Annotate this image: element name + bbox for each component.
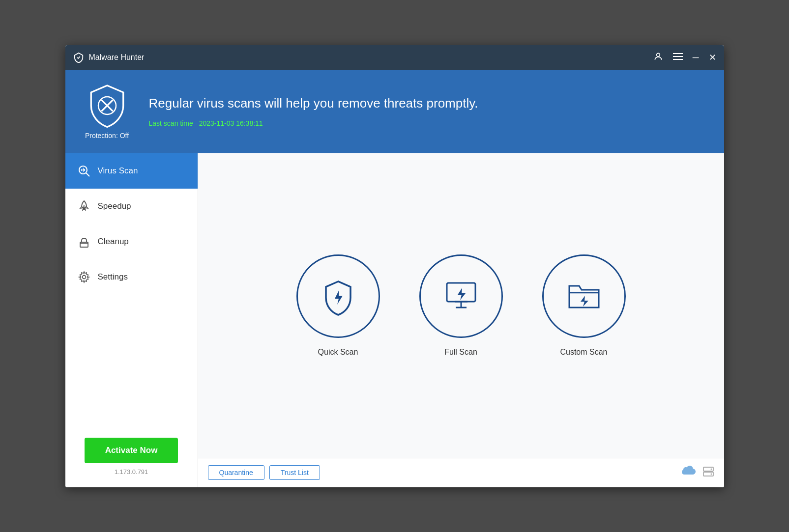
app-name: Malware Hunter bbox=[89, 53, 145, 62]
window-controls: ─ ✕ bbox=[653, 52, 716, 63]
header-headline: Regular virus scans will help you remove… bbox=[149, 95, 478, 112]
svg-rect-12 bbox=[80, 242, 88, 247]
virus-scan-icon bbox=[77, 164, 91, 178]
last-scan-info: Last scan time 2023-11-03 16:38:11 bbox=[149, 119, 478, 127]
quick-scan-label: Quick Scan bbox=[318, 348, 358, 357]
quick-scan-option[interactable]: Quick Scan bbox=[296, 254, 380, 357]
main-content: Quick Scan Full Scan bbox=[198, 153, 724, 487]
sidebar-settings-label: Settings bbox=[98, 272, 128, 282]
body: Virus Scan Speedup bbox=[65, 153, 724, 487]
last-scan-label: Last scan time bbox=[149, 119, 193, 127]
sidebar-item-cleanup[interactable]: Cleanup bbox=[65, 224, 198, 259]
header-text: Regular virus scans will help you remove… bbox=[149, 95, 478, 128]
sidebar-bottom: Activate Now 1.173.0.791 bbox=[65, 426, 198, 487]
protection-label: Protection: Off bbox=[85, 132, 129, 140]
sidebar-item-virus-scan[interactable]: Virus Scan bbox=[65, 153, 198, 189]
app-logo: Malware Hunter bbox=[73, 52, 653, 63]
custom-scan-icon bbox=[562, 274, 606, 318]
sidebar-speedup-label: Speedup bbox=[98, 201, 131, 211]
settings-icon bbox=[77, 270, 91, 284]
full-scan-option[interactable]: Full Scan bbox=[419, 254, 503, 357]
footer-right-icons bbox=[682, 466, 714, 479]
menu-icon[interactable] bbox=[673, 53, 683, 62]
sidebar-item-settings[interactable]: Settings bbox=[65, 259, 198, 295]
user-icon[interactable] bbox=[653, 52, 663, 63]
svg-point-14 bbox=[82, 275, 86, 279]
full-scan-circle bbox=[419, 254, 503, 338]
titlebar: Malware Hunter ─ ✕ bbox=[65, 45, 724, 70]
scan-options-area: Quick Scan Full Scan bbox=[198, 153, 724, 458]
trust-list-button[interactable]: Trust List bbox=[269, 465, 320, 480]
app-window: Malware Hunter ─ ✕ bbox=[65, 45, 724, 487]
svg-point-0 bbox=[656, 53, 660, 56]
svg-line-8 bbox=[86, 173, 89, 176]
minimize-button[interactable]: ─ bbox=[693, 53, 699, 62]
full-scan-icon bbox=[439, 274, 483, 318]
svg-point-21 bbox=[710, 468, 712, 470]
protection-shield-icon bbox=[85, 84, 129, 128]
custom-scan-circle bbox=[542, 254, 626, 338]
app-logo-icon bbox=[73, 52, 84, 63]
sidebar-virus-scan-label: Virus Scan bbox=[98, 166, 138, 176]
custom-scan-label: Custom Scan bbox=[560, 348, 607, 357]
speedup-icon bbox=[77, 199, 91, 213]
quarantine-button[interactable]: Quarantine bbox=[208, 465, 264, 480]
activate-now-button[interactable]: Activate Now bbox=[85, 438, 178, 463]
close-button[interactable]: ✕ bbox=[709, 53, 716, 62]
sidebar-cleanup-label: Cleanup bbox=[98, 237, 129, 247]
quick-scan-icon bbox=[316, 274, 360, 318]
cleanup-icon bbox=[77, 235, 91, 249]
sidebar-item-speedup[interactable]: Speedup bbox=[65, 189, 198, 224]
protection-status-area: Protection: Off bbox=[85, 84, 129, 140]
svg-point-11 bbox=[83, 206, 85, 208]
quick-scan-circle bbox=[296, 254, 380, 338]
storage-icon[interactable] bbox=[702, 466, 714, 479]
sidebar: Virus Scan Speedup bbox=[65, 153, 198, 487]
cloud-icon[interactable] bbox=[682, 466, 696, 479]
svg-point-22 bbox=[710, 473, 712, 475]
custom-scan-option[interactable]: Custom Scan bbox=[542, 254, 626, 357]
footer: Quarantine Trust List bbox=[198, 458, 724, 487]
last-scan-time: 2023-11-03 16:38:11 bbox=[199, 119, 263, 127]
header: Protection: Off Regular virus scans will… bbox=[65, 70, 724, 153]
full-scan-label: Full Scan bbox=[444, 348, 477, 357]
version-number: 1.173.0.791 bbox=[115, 468, 148, 476]
